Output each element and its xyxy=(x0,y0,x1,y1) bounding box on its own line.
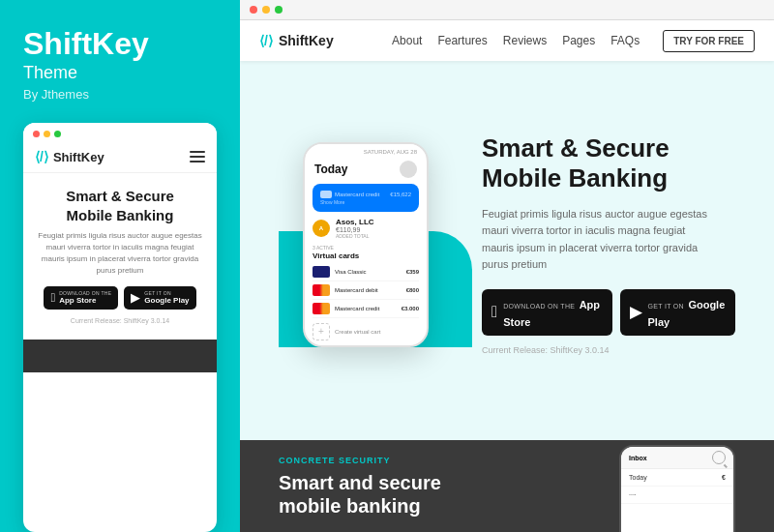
preview-release: Current Release: ShiftKey 3.0.14 xyxy=(37,317,203,324)
app-store-text-preview: Download on the App Store xyxy=(59,290,111,306)
hero-google-play-text: GET IT ON Google Play xyxy=(648,295,727,330)
phone-create-row: + Create virtual cart xyxy=(305,318,427,345)
brand-title: ShiftKey xyxy=(23,27,217,61)
virtual-card-row-3: Mastercard credit €3.000 xyxy=(313,300,419,318)
site-hero: SATURDAY, AUG 28 Today Mastercard credit… xyxy=(240,61,774,428)
card-logo xyxy=(320,191,332,198)
phone-merchant: A Asos, LLC €110,99 ADDED TOTAL xyxy=(313,218,419,239)
dot-green xyxy=(54,131,61,137)
mc-logo-1 xyxy=(313,284,330,296)
hero-store-buttons:  Download on the App Store ▶ GET IT ON … xyxy=(482,289,735,336)
nav-pages[interactable]: Pages xyxy=(562,34,595,47)
dot-yellow xyxy=(44,131,50,137)
site-logo-text: ShiftKey xyxy=(279,33,334,48)
virtual-card-row-1: Visa Classic €359 xyxy=(313,263,419,281)
browser-dot-red xyxy=(250,6,257,14)
preview-logo-text: ShiftKey xyxy=(53,150,104,164)
google-play-btn-preview[interactable]: ▶ GET IT ON Google Play xyxy=(124,286,195,310)
phone-card-label: Mastercard credit €15,622 xyxy=(320,191,411,198)
preview-logo: ⟨/⟩ ShiftKey xyxy=(35,149,104,164)
preview-content: Smart & Secure Mobile Banking Feugiat pr… xyxy=(23,173,217,334)
preview-body: Feugiat primis ligula risus auctor augue… xyxy=(37,230,203,277)
phone-status-bar: SATURDAY, AUG 28 xyxy=(305,144,427,157)
nav-reviews[interactable]: Reviews xyxy=(503,34,547,47)
app-store-btn-preview[interactable]:  Download on the App Store xyxy=(44,286,118,310)
mc-logo-2 xyxy=(313,303,330,314)
try-for-free-button[interactable]: TRY FOR FREE xyxy=(663,30,755,52)
browser-dot-yellow xyxy=(262,6,270,14)
dot-red xyxy=(33,131,40,137)
bp-header: Inbox xyxy=(621,447,733,469)
brand-by: By Jthemes xyxy=(23,87,217,102)
site-nav: ⟨/⟩ ShiftKey About Feartures Reviews Pag… xyxy=(240,20,774,61)
create-icon: + xyxy=(313,323,330,340)
bp-search-icon xyxy=(712,451,726,464)
nav-faqs[interactable]: FAQs xyxy=(610,34,640,47)
hero-text-area: Smart & Secure Mobile Banking Feugiat pr… xyxy=(482,133,735,355)
preview-logo-icon: ⟨/⟩ xyxy=(35,149,48,164)
hero-app-store-btn[interactable]:  Download on the App Store xyxy=(482,289,612,336)
nav-about[interactable]: About xyxy=(392,34,422,47)
nav-links: About Feartures Reviews Pages FAQs TRY F… xyxy=(392,30,755,52)
hamburger-icon xyxy=(190,151,205,163)
preview-nav: ⟨/⟩ ShiftKey xyxy=(23,143,217,173)
preview-dark-section xyxy=(23,340,217,372)
bottom-phone-preview: Inbox Today € ···· xyxy=(619,445,735,532)
hero-heading: Smart & Secure Mobile Banking xyxy=(482,133,735,193)
store-buttons-preview:  Download on the App Store ▶ GET IT ON … xyxy=(37,286,203,310)
brand-subtitle: Theme xyxy=(23,63,217,83)
visa-logo xyxy=(313,266,330,278)
bp-row-1: Today € xyxy=(621,469,733,487)
hero-body: Feugiat primis ligula risus auctor augue… xyxy=(482,206,714,274)
vc-left-3: Mastercard credit xyxy=(313,303,379,314)
phone-virtual-cards: Visa Classic €359 Mastercard debit €800 xyxy=(313,263,419,318)
site-logo: ⟨/⟩ ShiftKey xyxy=(259,33,334,48)
virtual-card-row-2: Mastercard debit €800 xyxy=(313,281,419,300)
phone-card-show: Show More xyxy=(320,199,411,205)
hero-app-store-text: Download on the App Store xyxy=(503,295,602,330)
preview-card: ⟨/⟩ ShiftKey Smart & Secure Mobile Banki… xyxy=(23,123,217,532)
google-play-text-preview: GET IT ON Google Play xyxy=(144,290,189,306)
phone-avatar xyxy=(400,161,417,178)
hero-phone-area: SATURDAY, AUG 28 Today Mastercard credit… xyxy=(279,142,453,347)
site-logo-icon: ⟨/⟩ xyxy=(259,33,273,48)
nav-features[interactable]: Feartures xyxy=(437,34,487,47)
apple-icon-preview:  xyxy=(50,290,55,305)
bp-row-2: ···· xyxy=(621,487,733,504)
left-panel: ShiftKey Theme By Jthemes ⟨/⟩ ShiftKey S… xyxy=(0,0,240,532)
vc-left-1: Visa Classic xyxy=(313,266,367,278)
browser-window: ⟨/⟩ ShiftKey About Feartures Reviews Pag… xyxy=(240,0,774,440)
hero-apple-icon:  xyxy=(491,303,497,322)
merchant-logo: A xyxy=(313,220,330,237)
vc-left-2: Mastercard debit xyxy=(313,284,378,296)
hero-google-play-btn[interactable]: ▶ GET IT ON Google Play xyxy=(620,289,736,336)
phone-card: Mastercard credit €15,622 Show More xyxy=(313,184,419,212)
hero-google-play-icon: ▶ xyxy=(630,302,642,322)
merchant-info: Asos, LLC €110,99 ADDED TOTAL xyxy=(336,218,419,239)
phone-header: Today xyxy=(305,157,427,184)
browser-chrome xyxy=(240,0,774,20)
right-panel: ⟨/⟩ ShiftKey About Feartures Reviews Pag… xyxy=(240,0,774,532)
phone-section: 3 ACTIVE Virtual cards xyxy=(313,243,419,260)
site-bottom-section: CONCRETE SECURITY Smart and secure mobil… xyxy=(240,440,774,532)
preview-heading: Smart & Secure Mobile Banking xyxy=(37,187,203,224)
google-play-icon-preview: ▶ xyxy=(131,290,140,305)
phone-mockup: SATURDAY, AUG 28 Today Mastercard credit… xyxy=(303,142,429,347)
hero-release: Current Release: ShiftKey 3.0.14 xyxy=(482,345,735,355)
preview-card-dots xyxy=(23,123,217,143)
browser-dot-green xyxy=(275,6,283,14)
